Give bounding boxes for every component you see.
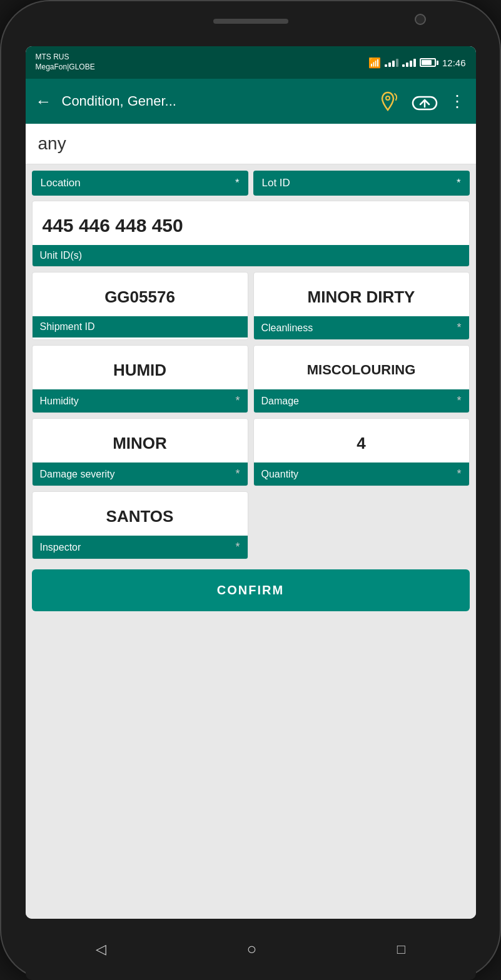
location-icon[interactable] — [375, 89, 400, 114]
severity-quantity-row: MINOR Damage severity * 4 Quantity * — [32, 418, 470, 486]
phone-screen: MTS RUS MegaFon|GLOBE 📶 — [26, 46, 476, 919]
damage-label: Damage — [261, 396, 299, 407]
shipment-id-label: Shipment ID — [40, 321, 95, 332]
cleanliness-label-bar: Cleanliness * — [254, 316, 469, 339]
any-bar: any — [26, 124, 476, 164]
cleanliness-asterisk: * — [457, 321, 461, 334]
inspector-label-bar: Inspector * — [33, 536, 248, 559]
bottom-padding — [32, 616, 470, 629]
carrier-info: MTS RUS MegaFon|GLOBE — [36, 52, 95, 72]
menu-button[interactable]: ⋮ — [449, 92, 466, 111]
unit-ids-value: 445 446 448 450 — [33, 201, 469, 245]
any-value: any — [38, 134, 66, 153]
home-nav-button[interactable]: ○ — [246, 939, 256, 959]
lot-id-field[interactable]: Lot ID * — [253, 171, 470, 196]
humidity-label-bar: Humidity * — [33, 389, 248, 412]
unit-ids-field[interactable]: 445 446 448 450 Unit ID(s) — [32, 201, 470, 267]
location-label: Location — [41, 177, 81, 189]
status-icons: 📶 1 — [368, 57, 466, 69]
cleanliness-value: MINOR DIRTY — [254, 272, 469, 316]
app-bar: ← Condition, Gener... — [26, 79, 476, 124]
signal2-icon — [402, 59, 416, 67]
signal1-icon — [385, 59, 398, 67]
quantity-label: Quantity — [261, 469, 299, 480]
damage-severity-field[interactable]: MINOR Damage severity * — [32, 418, 248, 486]
battery-icon — [420, 58, 438, 67]
humidity-damage-row: HUMID Humidity * MISCOLOURING Damage * — [32, 345, 470, 413]
status-bar: MTS RUS MegaFon|GLOBE 📶 — [26, 46, 476, 79]
quantity-field[interactable]: 4 Quantity * — [253, 418, 470, 486]
nav-bar: ◁ ○ □ — [26, 919, 476, 980]
unit-ids-label: Unit ID(s) — [40, 250, 83, 261]
inspector-value: SANTOS — [33, 492, 248, 536]
inspector-label: Inspector — [40, 542, 81, 553]
content-area: any Location * Lot ID * — [26, 124, 476, 919]
unit-ids-label-bar: Unit ID(s) — [33, 245, 469, 266]
damage-asterisk: * — [457, 394, 461, 408]
damage-value: MISCOLOURING — [254, 346, 469, 389]
location-lot-row: Location * Lot ID * — [32, 171, 470, 196]
app-title: Condition, Gener... — [62, 93, 365, 109]
shipment-id-field[interactable]: GG05576 Shipment ID — [32, 272, 248, 340]
speaker — [213, 19, 288, 24]
humidity-field[interactable]: HUMID Humidity * — [32, 345, 248, 413]
damage-field[interactable]: MISCOLOURING Damage * — [253, 345, 470, 413]
damage-label-bar: Damage * — [254, 389, 469, 412]
confirm-button[interactable]: CONFIRM — [32, 569, 470, 611]
damage-severity-label: Damage severity — [40, 469, 115, 480]
location-field[interactable]: Location * — [32, 171, 248, 196]
app-bar-icons: ⋮ — [375, 89, 466, 114]
back-button[interactable]: ← — [36, 92, 52, 111]
cleanliness-field[interactable]: MINOR DIRTY Cleanliness * — [253, 272, 470, 340]
wifi-icon: 📶 — [368, 57, 381, 69]
humidity-value: HUMID — [33, 346, 248, 389]
humidity-asterisk: * — [235, 394, 240, 408]
cloud-sync-icon[interactable] — [412, 90, 438, 112]
cleanliness-label: Cleanliness — [261, 322, 313, 334]
inspector-row: SANTOS Inspector * — [32, 491, 470, 559]
shipment-id-label-bar: Shipment ID — [33, 316, 248, 338]
recent-nav-button[interactable]: □ — [397, 941, 405, 958]
phone-frame: MTS RUS MegaFon|GLOBE 📶 — [0, 0, 501, 980]
lot-id-label: Lot ID — [262, 177, 290, 189]
inspector-asterisk: * — [235, 541, 240, 554]
carrier2: MegaFon|GLOBE — [36, 62, 95, 72]
carrier1: MTS RUS — [36, 52, 95, 62]
lot-id-asterisk: * — [457, 177, 461, 189]
shipment-cleanliness-row: GG05576 Shipment ID MINOR DIRTY Cleanlin… — [32, 272, 470, 340]
fields-container: Location * Lot ID * 445 446 448 450 Unit… — [26, 164, 476, 635]
time-display: 12:46 — [442, 58, 466, 68]
damage-severity-label-bar: Damage severity * — [33, 462, 248, 486]
location-asterisk: * — [235, 177, 240, 189]
quantity-asterisk: * — [457, 468, 461, 481]
quantity-label-bar: Quantity * — [254, 462, 469, 486]
camera — [415, 14, 426, 25]
shipment-id-value: GG05576 — [33, 272, 248, 316]
humidity-label: Humidity — [40, 396, 79, 407]
damage-severity-value: MINOR — [33, 419, 248, 462]
inspector-field[interactable]: SANTOS Inspector * — [32, 491, 248, 559]
quantity-value: 4 — [254, 419, 469, 462]
svg-point-0 — [386, 96, 390, 100]
damage-severity-asterisk: * — [235, 468, 240, 481]
back-nav-button[interactable]: ◁ — [96, 941, 106, 958]
